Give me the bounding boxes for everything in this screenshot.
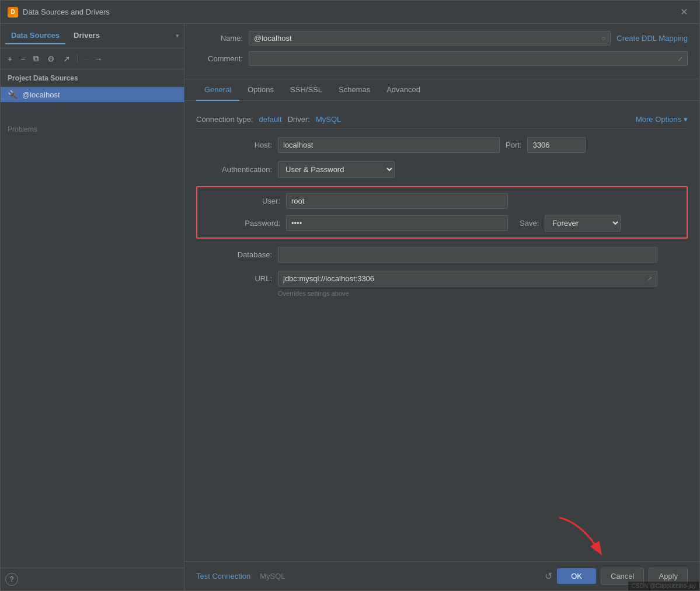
conn-type-value[interactable]: default <box>259 115 282 124</box>
title-bar: D Data Sources and Drivers ✕ <box>1 1 699 24</box>
bottom-bar: Test Connection MySQL ↺ OK Cancel Apply <box>184 561 699 590</box>
user-row: User: <box>204 193 680 209</box>
tab-general[interactable]: General <box>196 79 239 101</box>
save-select[interactable]: Forever Until restart Never <box>545 215 621 232</box>
url-row: URL: ⤢ <box>196 271 688 286</box>
password-input[interactable] <box>286 215 508 231</box>
sidebar-bottom: ? <box>1 568 184 590</box>
more-options-link[interactable]: More Options ▾ <box>636 115 688 124</box>
conn-type-label: Connection type: <box>196 115 253 124</box>
comment-input-wrap: ⤢ <box>249 51 688 66</box>
sidebar-item-localhost[interactable]: 🔌 @localhost <box>1 87 184 102</box>
password-label: Password: <box>204 219 280 228</box>
name-input-wrap: ○ <box>249 31 611 46</box>
sidebar-dropdown-icon[interactable]: ▾ <box>176 32 179 40</box>
host-row: Host: Port: <box>196 137 688 153</box>
back-button[interactable]: ← <box>82 54 90 64</box>
user-label: User: <box>204 197 280 205</box>
problems-section: Problems <box>1 102 184 157</box>
url-label: URL: <box>196 274 272 283</box>
port-label: Port: <box>506 141 521 149</box>
url-input[interactable] <box>278 271 643 286</box>
comment-expand-button[interactable]: ⤢ <box>673 53 687 64</box>
help-button[interactable]: ? <box>5 573 18 586</box>
sidebar-section-header: Project Data Sources <box>1 69 184 87</box>
database-row: Database: <box>196 247 688 263</box>
host-label: Host: <box>196 141 272 149</box>
problems-label: Problems <box>8 125 37 134</box>
url-hint: Overrides settings above <box>278 290 688 297</box>
comment-label: Comment: <box>196 54 243 63</box>
create-ddl-link[interactable]: Create DDL Mapping <box>617 34 688 43</box>
sidebar-item-label: @localhost <box>22 90 60 99</box>
forward-button[interactable]: → <box>94 54 102 64</box>
name-row: Name: ○ Create DDL Mapping <box>196 31 688 46</box>
password-row: Password: Save: Forever Until restart Ne… <box>204 215 680 232</box>
remove-button[interactable]: − <box>18 53 27 65</box>
right-header: Name: ○ Create DDL Mapping Comment: ⤢ <box>184 24 699 79</box>
datasource-icon: 🔌 <box>8 90 18 99</box>
user-input[interactable] <box>286 193 508 209</box>
more-options-label: More Options <box>636 115 681 124</box>
tabs-bar: General Options SSH/SSL Schemas Advanced <box>184 79 699 101</box>
test-connection-link[interactable]: Test Connection <box>196 572 250 580</box>
tab-advanced[interactable]: Advanced <box>378 79 429 101</box>
name-label: Name: <box>196 34 243 43</box>
dialog-title: Data Sources and Drivers <box>23 8 675 16</box>
more-options-chevron: ▾ <box>684 115 688 124</box>
connection-type-row: Connection type: default Driver: MySQL M… <box>196 110 688 129</box>
sidebar: Data Sources Drivers ▾ + − ⧉ ⚙ ↗ ← → Pro… <box>1 24 184 590</box>
sidebar-toolbar: + − ⧉ ⚙ ↗ ← → <box>1 48 184 69</box>
tab-schemas[interactable]: Schemas <box>330 79 378 101</box>
comment-input[interactable] <box>249 52 673 65</box>
form-area: Connection type: default Driver: MySQL M… <box>184 101 699 561</box>
toolbar-separator <box>77 54 78 64</box>
driver-label: Driver: <box>288 115 310 124</box>
auth-select[interactable]: User & Password No auth LDAP Kerberos <box>278 161 395 178</box>
port-input[interactable] <box>527 137 586 153</box>
close-button[interactable]: ✕ <box>675 4 692 20</box>
user-password-section: User: Password: Save: Forever Until rest… <box>196 186 688 239</box>
comment-row: Comment: ⤢ <box>196 51 688 66</box>
app-icon: D <box>8 7 18 18</box>
database-label: Database: <box>196 250 272 259</box>
url-expand-button[interactable]: ⤢ <box>643 273 657 284</box>
main-content: Data Sources Drivers ▾ + − ⧉ ⚙ ↗ ← → Pro… <box>1 24 699 590</box>
tab-options[interactable]: Options <box>239 79 282 101</box>
dialog: D Data Sources and Drivers ✕ Data Source… <box>0 0 700 591</box>
save-label: Save: <box>520 219 539 228</box>
ok-button[interactable]: OK <box>557 568 596 584</box>
settings-button[interactable]: ⚙ <box>45 53 57 65</box>
database-input[interactable] <box>278 247 657 263</box>
right-panel: Name: ○ Create DDL Mapping Comment: ⤢ <box>184 24 699 590</box>
auth-row: Authentication: User & Password No auth … <box>196 161 688 178</box>
driver-value[interactable]: MySQL <box>316 115 341 124</box>
auth-label: Authentication: <box>196 165 272 174</box>
copy-button[interactable]: ⧉ <box>31 53 41 65</box>
add-button[interactable]: + <box>5 53 15 65</box>
tab-drivers[interactable]: Drivers <box>68 27 106 44</box>
watermark: CSDN @Cappuccino-jay <box>628 582 699 590</box>
host-input[interactable] <box>278 137 500 153</box>
db-type-label: MySQL <box>260 572 285 580</box>
tab-ssh-ssl[interactable]: SSH/SSL <box>282 79 330 101</box>
name-input[interactable] <box>249 32 597 45</box>
export-button[interactable]: ↗ <box>61 53 72 65</box>
url-input-wrap: ⤢ <box>278 271 657 286</box>
refresh-button[interactable]: ↺ <box>545 571 552 582</box>
sidebar-tabs: Data Sources Drivers ▾ <box>1 24 184 48</box>
tab-data-sources[interactable]: Data Sources <box>5 27 65 44</box>
name-circle-button[interactable]: ○ <box>597 32 610 45</box>
